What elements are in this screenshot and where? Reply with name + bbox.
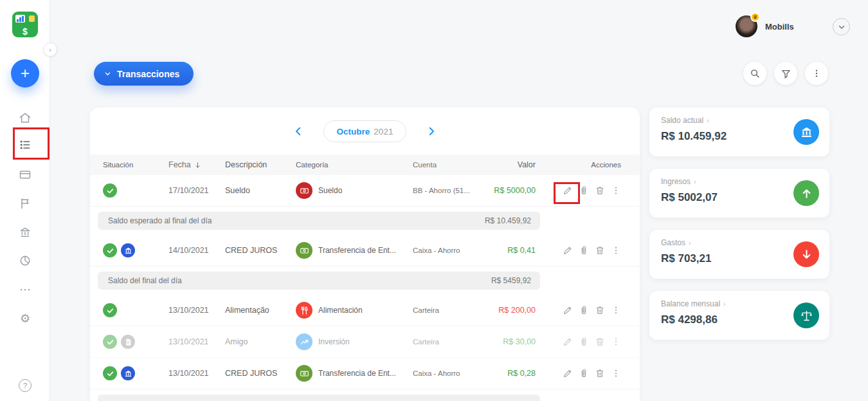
row-menu-icon[interactable] [611, 337, 621, 347]
user-name: Mobills [765, 22, 794, 32]
mobills-logo-icon[interactable]: $ [12, 12, 38, 37]
sidebar-item-reports[interactable] [0, 252, 50, 269]
daily-balance-banner [90, 389, 640, 401]
situation-cell [90, 175, 154, 206]
account-cell: BB - Ahorro (51... [399, 175, 475, 206]
date-cell: 13/10/2021 [154, 326, 211, 357]
sidebar-item-banks[interactable] [0, 224, 50, 241]
attachment-icon[interactable] [579, 337, 589, 347]
check-badge-icon [103, 366, 117, 380]
category-label: Sueldo [318, 186, 342, 195]
more-options-button[interactable] [805, 62, 828, 85]
row-menu-icon[interactable] [611, 245, 621, 256]
search-button[interactable] [743, 62, 766, 85]
summary-card-monthly-balance[interactable]: Balance mensual› R$ 4298,86 [649, 291, 829, 340]
sidebar-item-more[interactable]: ⋯ [0, 281, 50, 298]
transactions-button-label: Transacciones [117, 69, 179, 79]
actions-cell [536, 326, 640, 357]
table-header: Situación Fecha Descripción Categoría Cu… [90, 154, 640, 175]
summary-card-income[interactable]: Ingresos› R$ 5002,07 [649, 169, 829, 218]
value-cell: R$ 0,41 [475, 235, 536, 266]
header-fecha[interactable]: Fecha [154, 154, 211, 175]
attachment-icon[interactable] [579, 245, 589, 256]
delete-icon[interactable] [595, 245, 605, 256]
chevron-right-icon: › [694, 178, 696, 185]
daily-balance-banner: Saldo esperado al final del díaR$ 10.459… [90, 207, 640, 235]
category-cell: Sueldo [288, 175, 399, 206]
delete-icon[interactable] [595, 305, 605, 315]
description-cell: Amigo [211, 326, 288, 357]
sidebar-item-help[interactable]: ? [0, 377, 50, 394]
search-icon [750, 68, 761, 79]
situation-cell [90, 326, 154, 357]
filter-funnel-icon [781, 68, 791, 79]
attachment-icon[interactable] [579, 185, 589, 196]
situation-cell [90, 295, 154, 326]
bank-badge-icon [121, 243, 135, 257]
header-cuenta: Cuenta [399, 154, 475, 175]
transaction-row[interactable]: 14/10/2021CRED JUROSTransferencia de Ent… [90, 235, 640, 266]
trend-up-icon [296, 333, 312, 350]
summary-card-expenses[interactable]: Gastos› R$ 703,21 [649, 230, 829, 279]
transaction-row[interactable]: 13/10/2021CRED JUROSTransferencia de Ent… [90, 358, 640, 389]
summary-card-balance[interactable]: Saldo actual› R$ 10.459,92 [649, 107, 829, 156]
row-menu-icon[interactable] [611, 305, 621, 315]
category-cell: Inversión [288, 326, 399, 357]
summary-label[interactable]: Ingresos› [661, 177, 818, 186]
summary-label[interactable]: Gastos› [661, 238, 818, 247]
edit-icon[interactable] [563, 305, 573, 315]
sidebar-item-accounts[interactable] [0, 166, 50, 183]
summary-label[interactable]: Balance mensual› [661, 299, 818, 308]
sidebar-item-goals[interactable] [0, 195, 50, 212]
month-selector[interactable]: Octubre 2021 [323, 120, 407, 142]
summary-label[interactable]: Saldo actual› [661, 116, 818, 125]
edit-icon[interactable] [563, 245, 573, 256]
add-transaction-button[interactable]: + [11, 59, 39, 88]
sidebar-expand-button[interactable]: › [43, 42, 57, 57]
transaction-row[interactable]: 17/10/2021SueldoSueldoBB - Ahorro (51...… [90, 175, 640, 207]
edit-icon[interactable] [563, 337, 573, 347]
delete-icon[interactable] [595, 185, 605, 196]
edit-icon[interactable] [563, 185, 573, 196]
kebab-menu-icon [811, 68, 822, 79]
user-chip[interactable]: ♛ Mobills [736, 14, 794, 39]
help-icon: ? [19, 379, 32, 392]
filter-button[interactable] [774, 62, 797, 85]
next-month-button[interactable] [424, 124, 439, 138]
row-menu-icon[interactable] [611, 368, 621, 378]
sidebar-item-settings[interactable]: ⚙ [0, 310, 50, 327]
logo-note-icon [29, 15, 35, 22]
header-situacion: Situación [90, 154, 154, 175]
category-cell: Alimentación [288, 295, 399, 326]
transactions-menu-button[interactable]: Transacciones [94, 62, 194, 86]
situation-cell [90, 358, 154, 389]
value-cell: R$ 200,00 [475, 295, 536, 326]
food-icon [296, 302, 312, 319]
previous-month-button[interactable] [291, 124, 305, 138]
avatar[interactable]: ♛ [736, 15, 757, 37]
sort-descending-icon [194, 162, 201, 169]
delete-icon[interactable] [595, 368, 605, 378]
account-cell: Carteira [399, 326, 475, 357]
chevron-left-icon [293, 126, 304, 137]
category-label: Alimentación [318, 306, 363, 315]
description-cell: Alimentação [211, 295, 288, 326]
check-badge-icon [103, 243, 117, 257]
value-cell: R$ 5000,00 [475, 175, 536, 206]
transaction-row[interactable]: 13/10/2021AlimentaçãoAlimentaciónCarteir… [90, 295, 640, 326]
delete-icon[interactable] [595, 337, 605, 347]
sidebar-item-transactions[interactable] [0, 136, 50, 153]
transactions-list-icon [19, 138, 32, 151]
account-cell: Caixa - Ahorro [399, 235, 475, 266]
account-menu-button[interactable] [833, 18, 850, 35]
header-acciones: Acciones [536, 154, 640, 175]
row-menu-icon[interactable] [611, 185, 621, 196]
edit-icon[interactable] [563, 368, 573, 378]
banner-pill [98, 395, 540, 401]
sidebar-item-home[interactable] [0, 109, 50, 126]
attachment-icon[interactable] [579, 368, 589, 378]
attachment-icon[interactable] [579, 305, 589, 315]
chevron-right-icon: › [689, 239, 691, 247]
transaction-row[interactable]: 13/10/2021AmigoInversiónCarteiraR$ 30,00 [90, 326, 640, 358]
logo-dollar-icon: $ [12, 26, 38, 37]
